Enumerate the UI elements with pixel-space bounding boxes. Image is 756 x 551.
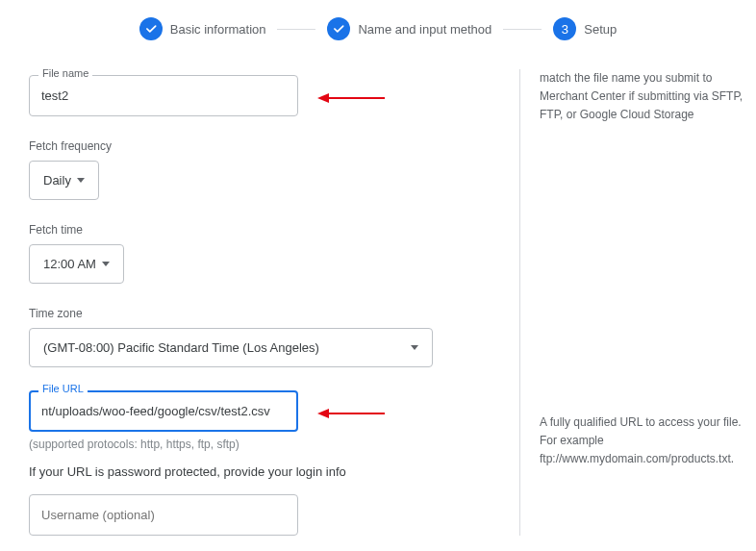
checkmark-icon xyxy=(139,17,163,40)
content: File name Fetch frequency Daily Fetch ti… xyxy=(0,69,756,551)
fetch-frequency-value: Daily xyxy=(43,173,71,188)
help-column: match the file name you submit to Mercha… xyxy=(519,69,750,536)
file-name-field: File name xyxy=(29,75,519,116)
file-url-input[interactable] xyxy=(29,390,298,432)
file-name-input[interactable] xyxy=(29,75,298,116)
username-input[interactable] xyxy=(29,494,298,536)
fetch-frequency-label: Fetch frequency xyxy=(29,139,519,153)
username-field xyxy=(29,494,519,536)
step-label: Setup xyxy=(584,22,617,37)
step-divider xyxy=(277,29,315,30)
form-column: File name Fetch frequency Daily Fetch ti… xyxy=(29,69,519,536)
step-divider xyxy=(503,29,542,30)
chevron-down-icon xyxy=(411,345,418,350)
file-url-help: A fully qualified URL to access your fil… xyxy=(540,413,750,469)
time-zone-field: Time zone (GMT-08:00) Pacific Standard T… xyxy=(29,307,519,367)
step-setup[interactable]: 3 Setup xyxy=(553,17,617,40)
chevron-down-icon xyxy=(102,262,110,266)
file-name-help: match the file name you submit to Mercha… xyxy=(540,69,750,125)
fetch-time-field: Fetch time 12:00 AM xyxy=(29,223,519,284)
step-label: Basic information xyxy=(170,22,266,37)
file-url-label: File URL xyxy=(38,383,88,394)
file-url-field: File URL xyxy=(29,390,519,432)
time-zone-value: (GMT-08:00) Pacific Standard Time (Los A… xyxy=(43,340,319,355)
step-label: Name and input method xyxy=(358,22,491,37)
time-zone-select[interactable]: (GMT-08:00) Pacific Standard Time (Los A… xyxy=(29,328,433,367)
fetch-time-value: 12:00 AM xyxy=(43,257,96,271)
time-zone-label: Time zone xyxy=(29,307,519,320)
arrow-left-icon xyxy=(317,87,385,112)
arrow-left-icon xyxy=(317,402,385,427)
fetch-time-select[interactable]: 12:00 AM xyxy=(29,244,124,284)
svg-marker-1 xyxy=(317,93,329,103)
fetch-frequency-select[interactable]: Daily xyxy=(29,161,99,200)
fetch-frequency-field: Fetch frequency Daily xyxy=(29,139,519,200)
chevron-down-icon xyxy=(77,178,85,183)
file-name-label: File name xyxy=(38,67,92,79)
step-basic-info[interactable]: Basic information xyxy=(139,17,266,40)
step-name-input[interactable]: Name and input method xyxy=(327,17,491,40)
stepper: Basic information Name and input method … xyxy=(0,0,756,60)
svg-marker-3 xyxy=(317,409,329,418)
fetch-time-label: Fetch time xyxy=(29,223,519,237)
password-instruction: If your URL is password protected, provi… xyxy=(29,464,519,479)
spacer xyxy=(540,125,750,413)
step-number: 3 xyxy=(553,17,576,40)
checkmark-icon xyxy=(327,17,350,40)
protocols-hint: (supported protocols: http, https, ftp, … xyxy=(29,438,519,451)
